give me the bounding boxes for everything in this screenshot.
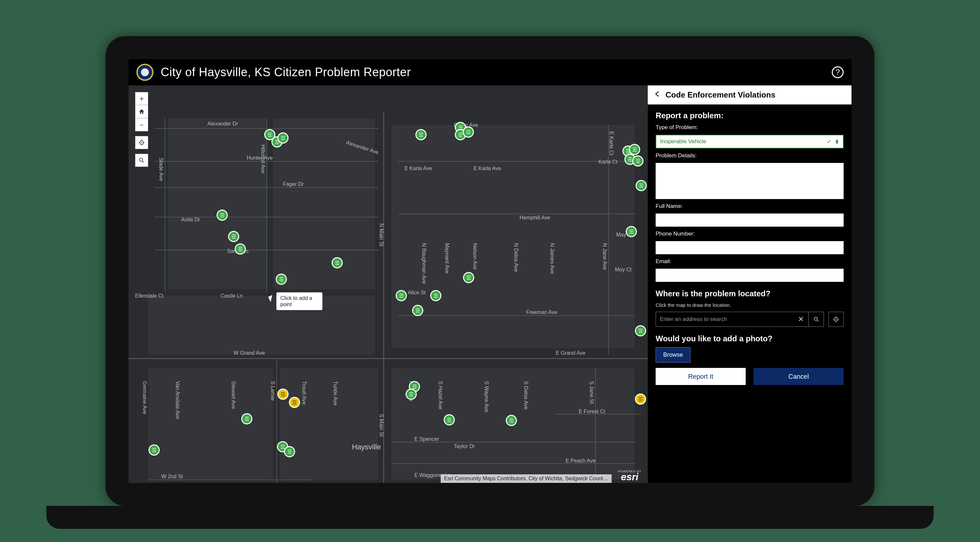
marker-icon: ☰ [639,183,643,189]
report-marker[interactable]: ☰ [635,325,646,336]
road [165,118,165,292]
locate-button[interactable] [135,136,148,149]
marker-icon: ☰ [466,129,471,135]
email-input[interactable] [655,269,844,282]
street-label: Hemphill Ave [520,215,550,221]
photo-heading: Would you like to add a photo? [655,334,844,343]
street-label: E Forest Ct [579,408,605,415]
zoom-out-button[interactable]: － [135,118,148,131]
marker-icon: ☰ [632,146,637,153]
street-label: Taylor Dr [454,443,475,449]
home-extent-button[interactable] [135,105,148,118]
report-it-button[interactable]: Report It [655,368,746,385]
phone-input[interactable] [655,241,844,254]
marker-icon: ☰ [292,399,297,406]
report-marker[interactable]: ☰ [415,129,426,140]
crosshair-icon [833,316,839,323]
marker-icon: ☰ [409,391,414,397]
attribution-text[interactable]: Esri Community Maps Contributors, City o… [441,474,612,483]
back-button[interactable] [654,89,661,101]
report-marker[interactable]: ☰ [332,257,343,269]
svg-point-3 [814,317,817,320]
report-marker[interactable]: ☰ [289,397,300,408]
street-label: Ellendale Ct [135,293,163,299]
marker-icon: ☰ [267,132,272,138]
report-marker[interactable]: ☰ [636,180,647,191]
city-seal-icon [136,64,153,81]
report-marker[interactable]: ☰ [241,413,252,424]
street-label: E Grand Ave [556,350,585,356]
search-toggle-button[interactable] [135,154,148,167]
report-marker[interactable]: ☰ [277,389,288,400]
cancel-button[interactable]: Cancel [754,368,844,385]
full-name-input[interactable] [655,213,844,227]
street-label: Alice St [408,290,426,296]
road [595,368,596,483]
problem-type-value: Inoperable Vehicle [660,138,706,145]
report-marker[interactable]: ☰ [506,415,517,426]
report-marker[interactable]: ☰ [235,243,246,254]
report-marker[interactable]: ☰ [629,144,640,155]
street-label: Nelson Ave [472,243,478,270]
email-label: Email: [655,258,844,265]
street-label: Moy Ct [615,267,632,273]
marker-icon: ☰ [415,307,420,314]
report-marker[interactable]: ☰ [396,290,407,301]
report-marker[interactable]: ☰ [277,132,288,143]
report-marker[interactable]: ☰ [148,444,160,456]
marker-icon: ☰ [281,135,285,141]
phone-label: Phone Number: [655,230,844,237]
map-block [280,368,378,480]
report-marker[interactable]: ☰ [430,290,441,301]
marker-icon: ☰ [638,328,643,334]
browse-photo-button[interactable]: Browse [655,347,690,362]
report-marker[interactable]: ☰ [228,231,239,242]
name-label: Full Name: [655,203,844,210]
street-label: E Karla Ave [474,165,501,172]
select-status-icons: ✓ ▲▼ [827,138,839,145]
crosshair-icon [138,139,145,146]
zoom-in-button[interactable]: ＋ [135,92,148,105]
street-label: N Baughman Ave [421,243,427,284]
marker-icon: ☰ [279,276,284,283]
help-button[interactable]: ? [832,66,844,78]
clear-address-button[interactable]: ✕ [793,312,808,326]
street-label: S Delos Ave [523,381,529,410]
marker-icon: ☰ [335,260,339,266]
marker-icon: ☰ [447,417,452,423]
street-label: Freeman Ave [526,310,557,315]
laptop-frame: City of Haysville, KS Citizen Problem Re… [105,36,875,506]
report-marker[interactable]: ☰ [216,210,228,221]
panel-body: Report a problem: Type of Problem: Inope… [648,105,851,393]
problem-details-input[interactable] [655,163,844,199]
street-label: S Main St [378,414,384,437]
report-marker[interactable]: ☰ [406,389,417,400]
map[interactable]: Alexander Dr Hunter Ave Fager Dr Anita D… [129,86,648,483]
search-address-button[interactable] [808,312,824,326]
use-my-location-button[interactable] [829,312,844,327]
panel-header[interactable]: Code Enforcement Violations [648,86,851,105]
report-marker[interactable]: ☰ [412,305,423,316]
road [148,480,313,480]
report-marker[interactable]: ☰ [444,414,455,425]
report-marker[interactable]: ☰ [635,394,646,405]
road [276,358,277,483]
report-marker[interactable]: ☰ [632,155,643,167]
street-label: Fager Dr [283,181,304,187]
street-label: Castle Ln [221,293,243,299]
report-marker[interactable]: ☰ [463,272,474,283]
address-input[interactable] [656,316,793,323]
report-marker[interactable]: ☰ [284,446,295,457]
street-label: Alexander Dr [207,121,238,127]
road [129,358,648,359]
road [398,213,635,214]
marker-icon: ☰ [281,391,285,397]
map-tool-stack: ＋ － [135,92,148,172]
street-label: Karla Ct [598,159,617,165]
street-label: S Hazel Ave [438,381,443,410]
street-label: N Main St [378,223,384,246]
problem-type-select[interactable]: Inoperable Vehicle ✓ ▲▼ [655,135,844,148]
report-marker[interactable]: ☰ [626,226,637,237]
report-marker[interactable]: ☰ [276,273,287,285]
report-marker[interactable]: ☰ [463,126,474,138]
